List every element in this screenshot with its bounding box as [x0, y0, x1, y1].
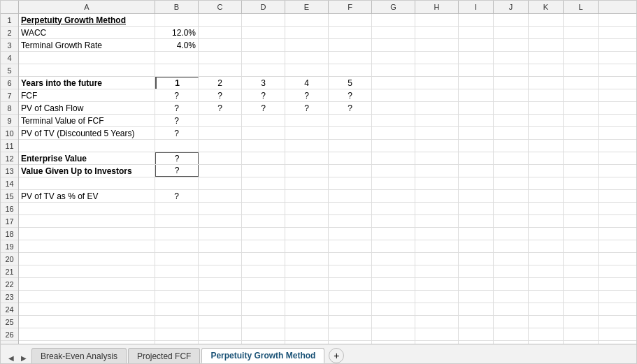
cell-a15[interactable]: PV of TV as % of EV: [19, 190, 155, 202]
cell-b9[interactable]: ?: [155, 115, 199, 126]
cell-h12[interactable]: [415, 152, 459, 164]
cell-i1[interactable]: [459, 14, 494, 26]
cell-l11[interactable]: [564, 140, 599, 152]
cell-f3[interactable]: [329, 39, 372, 51]
cell-b6[interactable]: 1: [155, 77, 199, 89]
cell-j13[interactable]: [494, 165, 529, 177]
cell-a4[interactable]: [19, 52, 155, 64]
cell-g10[interactable]: [372, 127, 415, 139]
col-header-b[interactable]: B: [155, 1, 199, 13]
col-header-i[interactable]: I: [459, 1, 494, 13]
cell-f8[interactable]: ?: [329, 102, 372, 114]
cell-a6[interactable]: Years into the future: [19, 77, 155, 89]
cell-b15[interactable]: ?: [155, 190, 199, 202]
cell-f7[interactable]: ?: [329, 89, 372, 101]
tab-add-button[interactable]: +: [329, 348, 344, 363]
cell-f5[interactable]: [329, 64, 372, 76]
cell-j8[interactable]: [494, 102, 529, 114]
cell-e10[interactable]: [285, 127, 329, 139]
cell-l5[interactable]: [564, 64, 599, 76]
cell-c4[interactable]: [199, 52, 242, 64]
cell-g13[interactable]: [372, 165, 415, 177]
cell-h5[interactable]: [415, 64, 459, 76]
cell-l6[interactable]: [564, 77, 599, 89]
cell-l2[interactable]: [564, 27, 599, 38]
cell-h15[interactable]: [415, 190, 459, 202]
cell-d9[interactable]: [242, 115, 285, 126]
cell-i13[interactable]: [459, 165, 494, 177]
cell-b2[interactable]: 12.0%: [155, 27, 199, 38]
cell-l10[interactable]: [564, 127, 599, 139]
cell-l4[interactable]: [564, 52, 599, 64]
cell-h10[interactable]: [415, 127, 459, 139]
cell-c14[interactable]: [199, 177, 242, 189]
cell-j12[interactable]: [494, 152, 529, 164]
cell-h3[interactable]: [415, 39, 459, 51]
cell-a9[interactable]: Terminal Value of FCF: [19, 115, 155, 126]
cell-b1[interactable]: [155, 14, 199, 26]
cell-c15[interactable]: [199, 190, 242, 202]
cell-h13[interactable]: [415, 165, 459, 177]
col-header-f[interactable]: F: [329, 1, 372, 13]
cell-b12[interactable]: ?: [155, 152, 199, 164]
cell-l15[interactable]: [564, 190, 599, 202]
cell-a11[interactable]: [19, 140, 155, 152]
cell-d4[interactable]: [242, 52, 285, 64]
cell-e6[interactable]: 4: [285, 77, 329, 89]
cell-i10[interactable]: [459, 127, 494, 139]
cell-j3[interactable]: [494, 39, 529, 51]
cell-a5[interactable]: [19, 64, 155, 76]
cell-d7[interactable]: ?: [242, 89, 285, 101]
cell-b14[interactable]: [155, 177, 199, 189]
cell-g2[interactable]: [372, 27, 415, 38]
cell-j10[interactable]: [494, 127, 529, 139]
cell-g12[interactable]: [372, 152, 415, 164]
cell-i5[interactable]: [459, 64, 494, 76]
cell-i8[interactable]: [459, 102, 494, 114]
cell-g11[interactable]: [372, 140, 415, 152]
cell-j14[interactable]: [494, 177, 529, 189]
cell-k14[interactable]: [529, 177, 564, 189]
cell-h9[interactable]: [415, 115, 459, 126]
cell-c1[interactable]: [199, 14, 242, 26]
cell-a2[interactable]: WACC: [19, 27, 155, 38]
cell-e12[interactable]: [285, 152, 329, 164]
cell-e13[interactable]: [285, 165, 329, 177]
cell-e11[interactable]: [285, 140, 329, 152]
cell-b10[interactable]: ?: [155, 127, 199, 139]
cell-i12[interactable]: [459, 152, 494, 164]
cell-d15[interactable]: [242, 190, 285, 202]
cell-k11[interactable]: [529, 140, 564, 152]
cell-a12[interactable]: Enterprise Value: [19, 152, 155, 164]
cell-d5[interactable]: [242, 64, 285, 76]
cell-h6[interactable]: [415, 77, 459, 89]
cell-g5[interactable]: [372, 64, 415, 76]
cell-d14[interactable]: [242, 177, 285, 189]
cell-l1[interactable]: [564, 14, 599, 26]
cell-a14[interactable]: [19, 177, 155, 189]
cell-h14[interactable]: [415, 177, 459, 189]
cell-f1[interactable]: [329, 14, 372, 26]
cell-f4[interactable]: [329, 52, 372, 64]
cell-g1[interactable]: [372, 14, 415, 26]
cell-c12[interactable]: [199, 152, 242, 164]
cell-a1[interactable]: Perpetuity Growth Method: [19, 14, 155, 26]
cell-e8[interactable]: ?: [285, 102, 329, 114]
cell-e5[interactable]: [285, 64, 329, 76]
cell-c3[interactable]: [199, 39, 242, 51]
cell-h4[interactable]: [415, 52, 459, 64]
cell-k13[interactable]: [529, 165, 564, 177]
col-header-j[interactable]: J: [494, 1, 529, 13]
cell-g14[interactable]: [372, 177, 415, 189]
cell-b3[interactable]: 4.0%: [155, 39, 199, 51]
cell-k3[interactable]: [529, 39, 564, 51]
cell-j9[interactable]: [494, 115, 529, 126]
cell-a8[interactable]: PV of Cash Flow: [19, 102, 155, 114]
cell-c11[interactable]: [199, 140, 242, 152]
grid[interactable]: Perpetuity Growth Method WACC 12.0%: [19, 14, 636, 344]
cell-k1[interactable]: [529, 14, 564, 26]
cell-d10[interactable]: [242, 127, 285, 139]
cell-c8[interactable]: ?: [199, 102, 242, 114]
cell-j4[interactable]: [494, 52, 529, 64]
cell-l9[interactable]: [564, 115, 599, 126]
